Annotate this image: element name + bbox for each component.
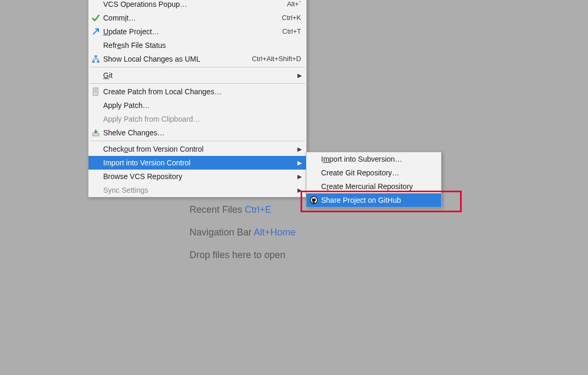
menu-item-label: Git bbox=[103, 68, 113, 82]
import-into-vcs-submenu[interactable]: Import into Subversion…Create Git Reposi… bbox=[306, 152, 442, 208]
hint-drop-files: Drop files here to open bbox=[190, 250, 296, 261]
vcs-menu-separator bbox=[89, 67, 305, 67]
uml-icon bbox=[92, 55, 100, 63]
chevron-right-icon: ▶ bbox=[296, 68, 303, 82]
menu-item-label: Import into Subversion… bbox=[321, 152, 402, 166]
menu-item-label: Apply Patch… bbox=[103, 98, 150, 112]
welcome-hints: Recent Files Ctrl+E Navigation Bar Alt+H… bbox=[190, 204, 296, 261]
blank-icon bbox=[92, 101, 100, 110]
vcs-menu-item-15[interactable]: Browse VCS Repository▶ bbox=[88, 170, 306, 183]
vcs-menu-item-6[interactable]: Git▶ bbox=[88, 68, 306, 82]
vcs-menu-item-13[interactable]: Checkout from Version Control▶ bbox=[88, 142, 306, 156]
chevron-right-icon: ▶ bbox=[296, 142, 303, 156]
import-submenu-item-2[interactable]: Create Mercurial Repository bbox=[306, 180, 441, 193]
blank-icon bbox=[92, 172, 100, 181]
github-icon bbox=[310, 196, 318, 204]
vcs-menu-item-10: Apply Patch from Clipboard… bbox=[88, 112, 306, 126]
menu-item-label: Show Local Changes as UML bbox=[103, 52, 200, 66]
update-icon bbox=[92, 27, 100, 36]
menu-item-shortcut: Ctrl+K bbox=[282, 11, 301, 25]
hint-recent-files: Recent Files Ctrl+E bbox=[190, 204, 296, 215]
menu-item-label: VCS Operations Popup… bbox=[103, 0, 187, 11]
hint-navigation-bar: Navigation Bar Alt+Home bbox=[190, 227, 296, 238]
menu-item-label: Create Patch from Local Changes… bbox=[103, 85, 222, 98]
vcs-menu-item-11[interactable]: Shelve Changes… bbox=[88, 126, 306, 140]
check-icon bbox=[92, 14, 100, 22]
vcs-menu-item-1[interactable]: Commit…Ctrl+K bbox=[88, 11, 306, 25]
menu-item-shortcut: Alt+` bbox=[287, 0, 301, 11]
blank-icon bbox=[92, 115, 100, 123]
svg-rect-3 bbox=[97, 61, 99, 63]
vcs-menu-item-9[interactable]: Apply Patch… bbox=[88, 98, 306, 112]
svg-line-0 bbox=[93, 29, 98, 34]
vcs-menu[interactable]: VCS Operations Popup…Alt+`Commit…Ctrl+KU… bbox=[88, 0, 307, 198]
menu-item-shortcut: Ctrl+T bbox=[282, 25, 301, 38]
vcs-menu-item-0[interactable]: VCS Operations Popup…Alt+` bbox=[88, 0, 306, 11]
shelve-icon bbox=[92, 129, 100, 137]
menu-item-label: Update Project… bbox=[103, 25, 160, 38]
blank-icon bbox=[310, 169, 318, 177]
import-submenu-item-1[interactable]: Create Git Repository… bbox=[306, 166, 441, 180]
vcs-menu-separator bbox=[89, 83, 305, 84]
menu-item-shortcut: Ctrl+Alt+Shift+D bbox=[252, 52, 301, 66]
menu-item-label: Sync Settings bbox=[103, 183, 148, 197]
chevron-right-icon: ▶ bbox=[296, 170, 303, 183]
vcs-menu-item-16: Sync Settings▶ bbox=[88, 183, 306, 197]
menu-item-label: Create Mercurial Repository bbox=[321, 180, 413, 193]
vcs-menu-item-2[interactable]: Update Project…Ctrl+T bbox=[88, 25, 306, 38]
svg-rect-1 bbox=[95, 55, 97, 57]
menu-item-label: Checkout from Version Control bbox=[103, 142, 204, 156]
blank-icon bbox=[310, 182, 318, 191]
svg-rect-8 bbox=[93, 88, 98, 95]
vcs-menu-item-3[interactable]: Refresh File Status bbox=[88, 38, 306, 52]
hint-label: Recent Files bbox=[190, 204, 245, 215]
svg-rect-12 bbox=[93, 133, 99, 136]
hint-label: Navigation Bar bbox=[190, 227, 254, 238]
menu-item-label: Import into Version Control bbox=[103, 156, 191, 170]
menu-item-label: Browse VCS Repository bbox=[103, 170, 182, 183]
menu-item-label: Apply Patch from Clipboard… bbox=[103, 112, 200, 126]
vcs-menu-item-8[interactable]: Create Patch from Local Changes… bbox=[88, 85, 306, 98]
patch-icon bbox=[92, 87, 100, 96]
chevron-right-icon: ▶ bbox=[296, 183, 303, 197]
vcs-menu-item-4[interactable]: Show Local Changes as UMLCtrl+Alt+Shift+… bbox=[88, 52, 306, 66]
blank-icon bbox=[92, 71, 100, 80]
import-submenu-item-3[interactable]: Share Project on GitHub bbox=[306, 193, 441, 207]
svg-rect-2 bbox=[92, 61, 95, 63]
menu-item-label: Create Git Repository… bbox=[321, 166, 400, 180]
vcs-menu-separator bbox=[89, 141, 305, 141]
menu-item-label: Share Project on GitHub bbox=[321, 193, 401, 207]
blank-icon bbox=[310, 155, 318, 163]
vcs-menu-item-14[interactable]: Import into Version Control▶ bbox=[88, 156, 306, 170]
blank-icon bbox=[92, 0, 100, 8]
chevron-right-icon: ▶ bbox=[296, 156, 303, 170]
menu-item-label: Refresh File Status bbox=[103, 38, 166, 52]
menu-item-label: Shelve Changes… bbox=[103, 126, 165, 140]
blank-icon bbox=[92, 41, 100, 50]
blank-icon bbox=[92, 145, 100, 153]
blank-icon bbox=[92, 159, 100, 167]
import-submenu-item-0[interactable]: Import into Subversion… bbox=[306, 152, 441, 166]
menu-item-label: Commit… bbox=[103, 11, 136, 25]
hint-kbd: Ctrl+E bbox=[245, 204, 272, 215]
blank-icon bbox=[92, 186, 100, 194]
hint-kbd: Alt+Home bbox=[254, 227, 296, 238]
